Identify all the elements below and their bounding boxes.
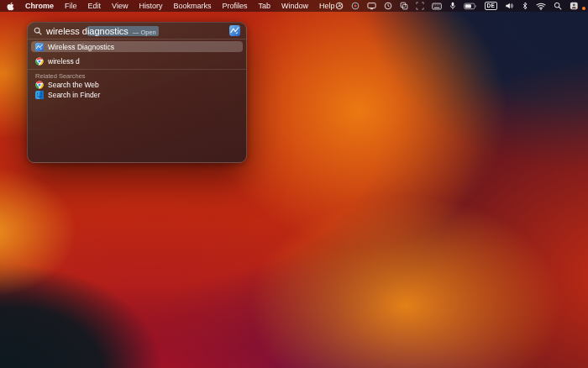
menu-window[interactable]: Window — [281, 2, 308, 10]
desktop: Chrome File Edit View History Bookmarks … — [0, 0, 588, 368]
typed-query: wireless d — [46, 26, 87, 36]
result-label: Search in Finder — [48, 91, 100, 99]
section-divider — [28, 69, 246, 70]
apple-menu-icon[interactable] — [7, 2, 14, 11]
keyboard-icon[interactable] — [432, 3, 442, 10]
copy-icon[interactable] — [400, 2, 408, 10]
menu-edit[interactable]: Edit — [88, 2, 102, 10]
menu-file[interactable]: File — [65, 2, 77, 10]
result-search-finder[interactable]: Search in Finder — [31, 90, 243, 99]
result-label: Wireless Diagnostics — [48, 43, 114, 51]
autocomplete-highlight: iagnostics— Open — [87, 26, 159, 36]
display-icon[interactable] — [367, 2, 376, 10]
menu-view[interactable]: View — [112, 2, 128, 10]
spotlight-search-input[interactable]: wireless diagnostics— Open — [28, 23, 246, 39]
menu-bookmarks[interactable]: Bookmarks — [173, 2, 211, 10]
menu-history[interactable]: History — [139, 2, 162, 10]
completion-text: iagnostics — [87, 26, 129, 36]
menu-chrome[interactable]: Chrome — [25, 2, 54, 10]
wifi-icon[interactable] — [536, 3, 546, 10]
clock-icon[interactable] — [384, 2, 392, 10]
finder-icon — [35, 91, 44, 99]
search-query-text: wireless diagnostics— Open — [46, 26, 159, 36]
recording-icon[interactable] — [351, 2, 360, 10]
result-label: Search the Web — [48, 81, 99, 89]
menu-help[interactable]: Help — [319, 2, 335, 10]
microphone-icon[interactable] — [449, 2, 456, 10]
spotlight-panel: wireless diagnostics— Open Wireless Diag… — [27, 22, 247, 163]
menu-tab[interactable]: Tab — [258, 2, 270, 10]
battery-icon[interactable] — [464, 3, 477, 10]
chrome-icon — [35, 57, 44, 66]
bluetooth-icon[interactable] — [522, 2, 528, 10]
spotlight-search-icon[interactable] — [554, 2, 562, 10]
result-search-web[interactable]: Search the Web — [31, 80, 243, 89]
wireless-diagnostics-icon — [229, 25, 240, 36]
result-suggestion[interactable]: wireless d — [31, 55, 243, 66]
search-icon — [34, 27, 42, 35]
wireless-diagnostics-icon — [35, 43, 44, 51]
menu-bar: Chrome File Edit View History Bookmarks … — [0, 0, 588, 12]
notification-dot — [582, 7, 585, 10]
user-switcher-icon[interactable] — [570, 2, 579, 10]
screen-capture-icon[interactable] — [416, 2, 424, 10]
input-source-badge[interactable]: DE — [485, 2, 498, 10]
result-label: wireless d — [48, 57, 80, 66]
shutter-icon[interactable] — [335, 2, 344, 10]
menu-profiles[interactable]: Profiles — [222, 2, 247, 10]
volume-icon[interactable] — [505, 2, 514, 10]
chrome-icon — [35, 81, 44, 89]
result-top-hit[interactable]: Wireless Diagnostics — [31, 41, 243, 52]
related-searches-header: Related Searches — [35, 72, 86, 80]
open-hint: — Open — [133, 29, 156, 36]
